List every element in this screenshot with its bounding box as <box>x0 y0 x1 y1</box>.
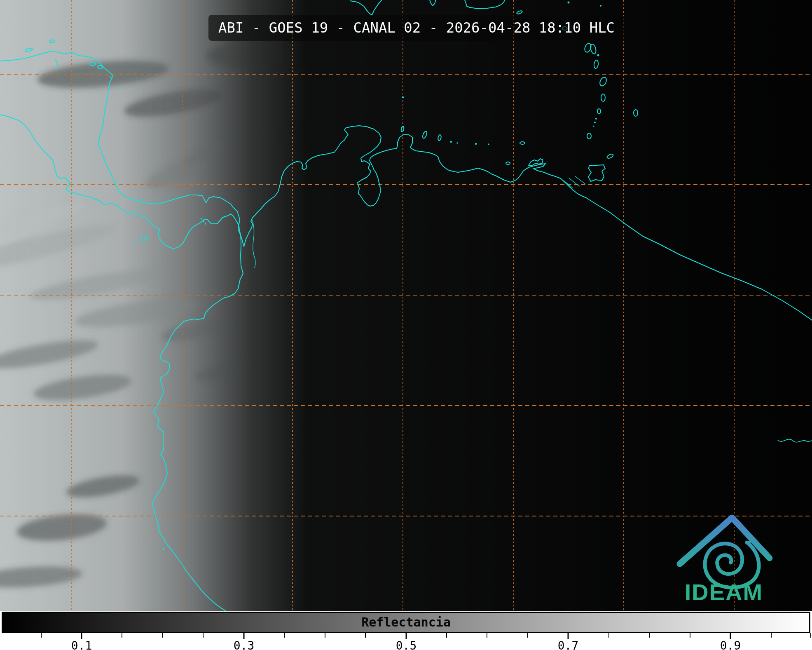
colorbar-gradient: Reflectancia <box>2 612 810 633</box>
image-title-text: ABI - GOES 19 - CANAL 02 - 2026-04-28 18… <box>218 19 615 36</box>
colorbar-label: Reflectancia <box>361 613 451 632</box>
grenadines-dot-2 <box>594 122 596 123</box>
coiba-dot <box>134 243 136 245</box>
corn-islet <box>110 76 111 78</box>
san-andres-islet <box>120 87 122 88</box>
colorbar-tick-label: 0.5 <box>396 639 417 650</box>
colorbar-tick-label: 0.7 <box>558 639 579 650</box>
marie-galante-dot <box>597 54 599 56</box>
los-roques-dot-3 <box>475 143 477 145</box>
aves-islet <box>402 96 404 98</box>
bocas-dot-1 <box>138 199 139 201</box>
pearl-island-dot-3 <box>205 223 206 225</box>
leeward-dot <box>600 5 601 7</box>
map-canvas: IDEAM <box>0 0 812 611</box>
logo-text: IDEAM <box>685 579 763 605</box>
satellite-map: IDEAM ABI - GOES 19 - CANAL 02 - 2026-04… <box>0 0 812 611</box>
colorbar-tick-label: 0.3 <box>234 639 255 650</box>
barbuda-dot <box>568 2 570 4</box>
grenadines-dot-3 <box>593 125 594 127</box>
los-roques-dot-2 <box>456 142 458 144</box>
grenadines-dot-1 <box>595 118 597 120</box>
colorbar: Reflectancia 0.10.30.50.70.9 <box>0 612 812 650</box>
satellite-product: IDEAM ABI - GOES 19 - CANAL 02 - 2026-04… <box>0 0 812 650</box>
los-roques-dot-4 <box>488 143 489 145</box>
colorbar-tick-label: 0.9 <box>720 639 741 650</box>
bocas-dot-2 <box>141 198 142 199</box>
colorbar-axis: 0.10.30.50.70.9 <box>0 633 812 650</box>
los-roques-dot-1 <box>450 141 452 143</box>
pearl-island-dot-1 <box>201 218 202 220</box>
colorbar-tick-label: 0.1 <box>71 639 92 650</box>
ecuador-islet <box>163 548 164 550</box>
pearl-island-dot-2 <box>203 221 204 222</box>
image-title: ABI - GOES 19 - CANAL 02 - 2026-04-28 18… <box>208 15 625 41</box>
